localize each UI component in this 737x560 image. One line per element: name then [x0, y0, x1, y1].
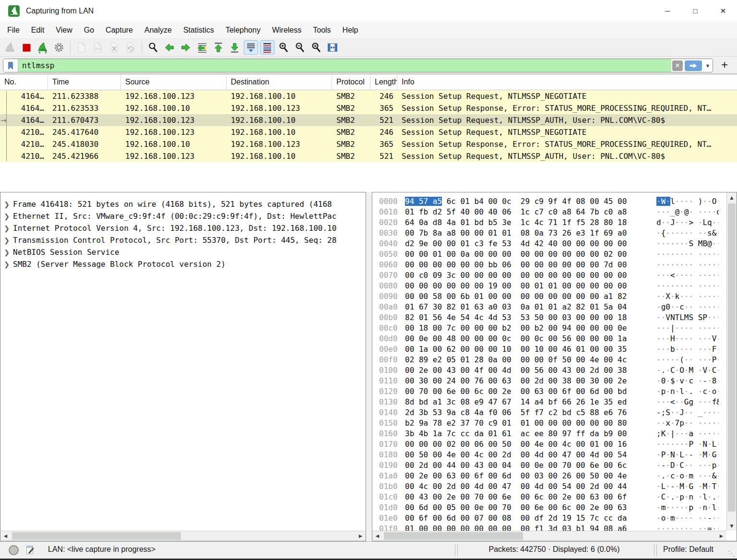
close-file-icon[interactable]	[107, 40, 121, 55]
stop-capture-icon[interactable]	[19, 40, 34, 55]
hex-row[interactable]: 012000 70 00 6e 00 6c 00 2e 00 63 00 6f …	[372, 386, 726, 396]
expand-chevron-icon[interactable]: ❯	[0, 237, 13, 244]
scroll-right-icon[interactable]: ►	[356, 531, 366, 541]
go-forward-icon[interactable]	[178, 40, 193, 55]
packet-row[interactable]: 4164…211.670473192.168.100.123192.168.10…	[0, 114, 737, 126]
clear-filter-icon[interactable]: ✕	[671, 59, 684, 72]
save-file-icon[interactable]: 010	[91, 40, 105, 55]
hex-row[interactable]: 011000 30 00 24 00 76 00 63 00 2d 00 38 …	[372, 375, 726, 386]
expand-chevron-icon[interactable]: ❯	[0, 201, 13, 208]
capture-options-icon[interactable]	[52, 40, 66, 55]
packet-row[interactable]: 4210…245.418030192.168.100.10192.168.100…	[0, 138, 737, 150]
detail-row[interactable]: ❯NetBIOS Session Service	[0, 246, 366, 258]
packet-row[interactable]: 4210…245.417640192.168.100.123192.168.10…	[0, 126, 737, 138]
hex-row[interactable]: 00d000 0e 00 48 00 00 00 0c 00 0c 00 56 …	[372, 333, 726, 344]
menu-tools[interactable]: Tools	[307, 22, 336, 38]
restart-capture-icon[interactable]	[36, 40, 50, 55]
expert-info-icon[interactable]	[9, 545, 19, 555]
hex-row[interactable]: 01c000 43 00 2e 00 70 00 6e 00 6c 00 2e …	[372, 491, 726, 502]
menu-edit[interactable]: Edit	[25, 22, 50, 38]
expand-chevron-icon[interactable]: ❯	[0, 213, 13, 220]
bytes-vertical-scrollbar[interactable]: ▲ ▼	[726, 192, 737, 531]
hex-row[interactable]: 01a000 2e 00 63 00 6f 00 6d 00 03 00 26 …	[372, 470, 726, 481]
details-horizontal-scrollbar[interactable]: ◄ ►	[0, 531, 366, 541]
hex-row[interactable]: 003000 7b 8a a8 00 00 01 01 08 0a 73 26 …	[372, 227, 726, 238]
bytes-horizontal-scrollbar[interactable]: ◄ ►	[372, 531, 726, 541]
column-header-info[interactable]: Info	[397, 74, 737, 90]
hex-row[interactable]: 017000 00 00 02 00 06 00 50 00 4e 00 4c …	[372, 439, 726, 449]
packet-row[interactable]: 4164…211.623533192.168.100.10192.168.100…	[0, 102, 737, 114]
column-header-source[interactable]: Source	[121, 74, 226, 90]
capture-status-text[interactable]: LAN: <live capture in progress>	[48, 545, 155, 554]
auto-scroll-icon[interactable]	[244, 40, 258, 55]
hex-row[interactable]: 009000 00 58 00 6b 01 00 00 00 00 00 00 …	[372, 291, 726, 301]
column-header-time[interactable]: Time	[48, 74, 121, 90]
find-packet-icon[interactable]	[146, 40, 160, 55]
display-filter-input[interactable]	[18, 59, 671, 72]
menu-view[interactable]: View	[50, 22, 78, 38]
scroll-down-icon[interactable]: ▼	[727, 521, 737, 531]
colorize-icon[interactable]	[260, 40, 274, 55]
column-header-protocol[interactable]: Protocol	[332, 74, 370, 90]
go-first-icon[interactable]	[211, 40, 226, 55]
hex-row[interactable]: 00a001 67 30 82 01 63 a0 03 0a 01 01 a2 …	[372, 301, 726, 312]
packet-row[interactable]: 4210…245.421966192.168.100.123192.168.10…	[0, 150, 737, 162]
detail-row[interactable]: ❯SMB2 (Server Message Block Protocol ver…	[0, 258, 366, 270]
open-file-icon[interactable]	[74, 40, 89, 55]
hex-row[interactable]: 01f001 00 00 00 00 00 00 00 00 f1 3d 03 …	[372, 523, 726, 531]
detail-row[interactable]: ❯Ethernet II, Src: VMware_c9:9f:4f (00:0…	[0, 210, 366, 222]
menu-wireless[interactable]: Wireless	[266, 22, 307, 38]
zoom-out-icon[interactable]	[293, 40, 307, 55]
column-header-length[interactable]: Length	[370, 74, 397, 90]
maximize-button[interactable]: □	[681, 0, 709, 22]
scroll-up-icon[interactable]: ▲	[727, 192, 737, 203]
hex-row[interactable]: 01603b 4b 1a 7c cc da 01 61 ac ee 80 97 …	[372, 428, 726, 439]
hex-row[interactable]: 001001 fb d2 5f 40 00 40 06 1c c7 c0 a8 …	[372, 206, 726, 217]
scrollbar-thumb[interactable]	[728, 203, 736, 512]
add-filter-button[interactable]: +	[718, 58, 731, 71]
hex-row[interactable]: 0150b2 9a 78 e2 37 70 c9 01 01 00 00 00 …	[372, 417, 726, 428]
scrollbar-thumb[interactable]	[384, 532, 523, 540]
display-filter-field[interactable]: ✕ ▼	[3, 59, 713, 72]
menu-analyze[interactable]: Analyze	[139, 22, 178, 38]
zoom-in-icon[interactable]	[276, 40, 291, 55]
capture-comment-icon[interactable]	[25, 545, 36, 555]
scrollbar-thumb[interactable]	[12, 532, 181, 540]
minimize-button[interactable]: ─	[654, 0, 681, 22]
hex-row[interactable]: 00e000 1a 00 62 00 00 00 10 00 10 00 46 …	[372, 344, 726, 354]
detail-row[interactable]: ❯Frame 416418: 521 bytes on wire (4168 b…	[0, 198, 366, 210]
column-header-destination[interactable]: Destination	[226, 74, 332, 90]
packet-row[interactable]: 4164…211.623388192.168.100.123192.168.10…	[0, 90, 737, 102]
hex-row[interactable]: 002064 0a d8 4a 01 bd b5 3e 1c 4c 71 1f …	[372, 217, 726, 227]
hex-row[interactable]: 00c000 18 00 7c 00 00 00 b2 00 b2 00 94 …	[372, 322, 726, 333]
scroll-left-icon[interactable]: ◄	[372, 531, 382, 541]
hex-row[interactable]: 00b082 01 56 4e 54 4c 4d 53 53 50 00 03 …	[372, 312, 726, 322]
hex-row[interactable]: 018000 50 00 4e 00 4c 00 2d 00 4d 00 47 …	[372, 449, 726, 460]
hex-row[interactable]: 0040d2 9e 00 00 01 c3 fe 53 4d 42 40 00 …	[372, 238, 726, 249]
hex-row[interactable]: 01d000 6d 00 05 00 0e 00 70 00 6e 00 6c …	[372, 502, 726, 512]
go-to-packet-icon[interactable]	[195, 40, 209, 55]
hex-row[interactable]: 01e000 6f 00 6d 00 07 00 08 00 df 2d 19 …	[372, 512, 726, 523]
filter-dropdown-icon[interactable]: ▼	[703, 59, 713, 72]
scroll-right-icon[interactable]: ►	[716, 531, 726, 541]
resize-grip[interactable]: ⋱	[728, 549, 735, 558]
scroll-left-icon[interactable]: ◄	[0, 531, 11, 541]
hex-row[interactable]: 006000 00 00 00 00 00 bb 06 00 00 00 00 …	[372, 259, 726, 270]
detail-row[interactable]: ❯Transmission Control Protocol, Src Port…	[0, 234, 366, 246]
go-back-icon[interactable]	[162, 40, 177, 55]
menu-file[interactable]: File	[1, 22, 25, 38]
hex-row[interactable]: 00f002 89 e2 05 01 28 0a 00 00 00 0f 50 …	[372, 354, 726, 365]
resize-columns-icon[interactable]	[325, 40, 340, 55]
menu-capture[interactable]: Capture	[100, 22, 139, 38]
hex-row[interactable]: 008000 00 00 00 00 00 19 00 00 01 01 00 …	[372, 280, 726, 291]
expand-chevron-icon[interactable]: ❯	[0, 225, 13, 232]
go-last-icon[interactable]	[227, 40, 242, 55]
hex-row[interactable]: 007000 c0 09 3c 00 00 00 00 00 00 00 00 …	[372, 270, 726, 280]
hex-row[interactable]: 005000 00 01 00 0a 00 00 00 00 00 00 00 …	[372, 249, 726, 259]
hex-row[interactable]: 000094 57 a5 6c 01 b4 00 0c 29 c9 9f 4f …	[372, 196, 726, 206]
zoom-reset-icon[interactable]	[309, 40, 323, 55]
hex-row[interactable]: 01b000 4c 00 2d 00 4d 00 47 00 4d 00 54 …	[372, 481, 726, 491]
reload-file-icon[interactable]	[123, 40, 138, 55]
menu-telephony[interactable]: Telephony	[220, 22, 266, 38]
apply-filter-icon[interactable]	[684, 59, 703, 72]
